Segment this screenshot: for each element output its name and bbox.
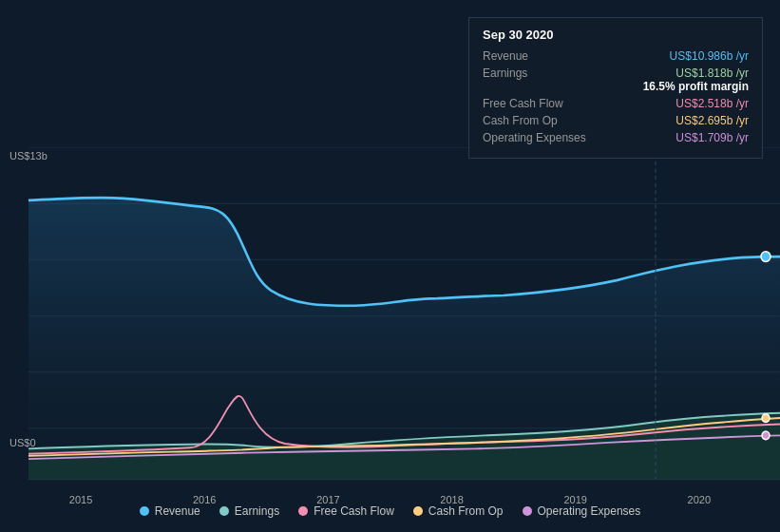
- y-axis-bottom-label: US$0: [10, 437, 36, 448]
- legend-dot-free-cash: [298, 506, 308, 516]
- tooltip-cash-from-op-value: US$2.695b /yr: [675, 114, 749, 127]
- tooltip-op-expenses-label: Operating Expenses: [483, 131, 606, 144]
- tooltip-free-cash-label: Free Cash Flow: [483, 97, 606, 110]
- tooltip-free-cash-row: Free Cash Flow US$2.518b /yr: [483, 97, 749, 110]
- tooltip-date: Sep 30 2020: [483, 28, 749, 42]
- svg-point-8: [761, 252, 770, 262]
- legend-earnings[interactable]: Earnings: [219, 504, 279, 518]
- legend-label-free-cash: Free Cash Flow: [314, 504, 394, 518]
- data-tooltip: Sep 30 2020 Revenue US$10.986b /yr Earni…: [468, 17, 763, 159]
- chart-legend: Revenue Earnings Free Cash Flow Cash Fro…: [0, 489, 780, 532]
- legend-revenue[interactable]: Revenue: [140, 504, 200, 518]
- legend-label-cash-from-op: Cash From Op: [428, 504, 504, 518]
- svg-point-9: [762, 414, 770, 423]
- tooltip-free-cash-value: US$2.518b /yr: [675, 97, 749, 110]
- tooltip-cash-from-op-label: Cash From Op: [483, 114, 606, 127]
- tooltip-cash-from-op-row: Cash From Op US$2.695b /yr: [483, 114, 749, 127]
- legend-label-op-expenses: Operating Expenses: [538, 504, 641, 518]
- legend-free-cash-flow[interactable]: Free Cash Flow: [298, 504, 394, 518]
- legend-operating-expenses[interactable]: Operating Expenses: [523, 504, 641, 518]
- tooltip-earnings-value: US$1.818b /yr: [675, 66, 749, 80]
- chart-area: [0, 147, 780, 484]
- legend-dot-op-expenses: [523, 506, 532, 516]
- legend-dot-earnings: [219, 506, 229, 516]
- legend-cash-from-op[interactable]: Cash From Op: [413, 504, 504, 518]
- legend-label-earnings: Earnings: [235, 504, 279, 518]
- tooltip-revenue-label: Revenue: [483, 49, 606, 63]
- tooltip-op-expenses-row: Operating Expenses US$1.709b /yr: [483, 131, 749, 144]
- legend-dot-cash-from-op: [413, 506, 423, 516]
- tooltip-earnings-row: Earnings US$1.818b /yr 16.5% profit marg…: [483, 66, 749, 93]
- tooltip-earnings-label: Earnings: [483, 66, 606, 80]
- tooltip-earnings-block: US$1.818b /yr 16.5% profit margin: [643, 66, 749, 93]
- legend-dot-revenue: [140, 506, 149, 516]
- tooltip-op-expenses-value: US$1.709b /yr: [675, 131, 749, 144]
- tooltip-revenue-value: US$10.986b /yr: [670, 49, 749, 63]
- chart-svg: [0, 147, 780, 484]
- tooltip-profit-margin: 16.5% profit margin: [643, 80, 749, 93]
- tooltip-revenue-row: Revenue US$10.986b /yr: [483, 49, 749, 63]
- legend-label-revenue: Revenue: [155, 504, 200, 518]
- svg-point-10: [762, 431, 770, 440]
